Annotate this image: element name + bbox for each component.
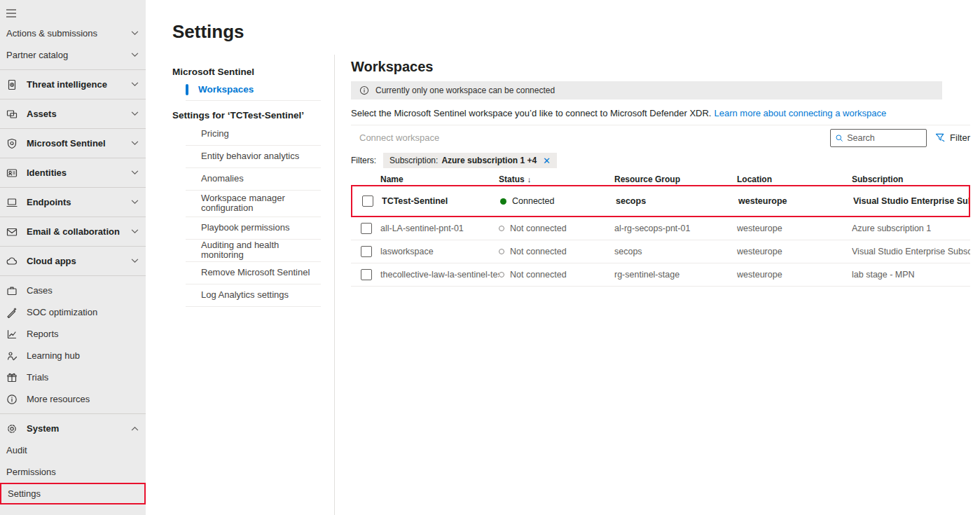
sidebar-item-partner-catalog[interactable]: Partner catalog (0, 44, 146, 66)
column-header-label: Status (499, 174, 525, 184)
chip-dismiss-icon[interactable]: ✕ (543, 156, 551, 166)
vertical-divider (334, 55, 335, 515)
filters-row: Filters: Subscription: Azure subscriptio… (351, 153, 970, 168)
settings-nav-item-entity-behavior-analytics[interactable]: Entity behavior analytics (186, 146, 321, 168)
row-checkbox[interactable] (362, 195, 373, 207)
connect-workspace-button[interactable]: Connect workspace (351, 132, 439, 143)
sidebar-item-settings[interactable]: Settings (0, 483, 146, 504)
sidebar-divider (0, 128, 146, 129)
chevron-down-icon (131, 141, 139, 146)
sidebar-item-permissions[interactable]: Permissions (0, 461, 146, 483)
chevron-down-icon (131, 111, 139, 116)
sidebar-item-soc-optimization[interactable]: SOC optimization (0, 301, 146, 323)
workspace-status: Not connected (499, 270, 614, 280)
sidebar-item-endpoints[interactable]: Endpoints (0, 191, 146, 213)
row-checkbox[interactable] (361, 223, 372, 234)
settings-nav-item-log-analytics-settings[interactable]: Log Analytics settings (186, 284, 321, 307)
sidebar-item-label: Cases (27, 285, 53, 296)
sidebar-item-trials[interactable]: Trials (0, 366, 146, 388)
table-header-row: Name Status↓ Resource Group Location Sub… (351, 174, 970, 185)
sidebar-item-label: More resources (27, 394, 90, 404)
table-row[interactable]: thecollective-law-la-sentinel-tes... Not… (351, 263, 970, 287)
sidebar-item-label: Trials (27, 372, 48, 383)
sidebar-item-label: Endpoints (27, 197, 71, 207)
settings-nav-item-auditing-health-monitoring[interactable]: Auditing and health monitoring (186, 240, 321, 262)
chevron-down-icon (131, 53, 139, 57)
learn-more-link[interactable]: Learn more about connecting a workspace (714, 108, 886, 118)
table-row[interactable]: TCTest-Sentinel Connected secops westeur… (351, 185, 970, 217)
chevron-down-icon (131, 82, 139, 87)
settings-nav-section-sentinel: Microsoft Sentinel (172, 64, 321, 78)
workspace-name: thecollective-law-la-sentinel-tes... (380, 270, 499, 280)
column-header-subscription[interactable]: Subscription (852, 174, 970, 184)
sidebar-item-cloud-apps[interactable]: Cloud apps (0, 250, 146, 272)
search-input[interactable] (847, 133, 922, 143)
sidebar-item-label: Cloud apps (27, 256, 76, 266)
sidebar-item-label: Threat intelligence (27, 79, 107, 90)
workspaces-panel: Workspaces Currently only one workspace … (351, 59, 970, 287)
chip-prefix: Subscription: (389, 156, 438, 165)
workspace-status: Not connected (499, 224, 614, 233)
row-checkbox[interactable] (361, 246, 372, 257)
hamburger-menu-button[interactable] (0, 4, 146, 22)
connected-status-icon (500, 198, 506, 205)
sidebar-item-microsoft-sentinel[interactable]: Microsoft Sentinel (0, 132, 146, 154)
envelope-icon (6, 226, 18, 238)
sidebar-item-learning-hub[interactable]: Learning hub (0, 345, 146, 366)
settings-nav-item-workspaces[interactable]: Workspaces (186, 78, 321, 101)
contact-card-icon (6, 167, 18, 179)
not-connected-status-icon (499, 226, 504, 231)
info-banner-text: Currently only one workspace can be conn… (375, 85, 555, 95)
sidebar-item-more-resources[interactable]: More resources (0, 388, 146, 410)
selected-indicator-bar (186, 84, 188, 95)
filter-button[interactable]: Filter (935, 132, 970, 143)
sidebar-item-email-collaboration[interactable]: Email & collaboration (0, 221, 146, 242)
sidebar-item-threat-intelligence[interactable]: Threat intelligence (0, 74, 146, 95)
magic-pencil-icon (6, 307, 18, 318)
gift-icon (6, 372, 18, 383)
subscription: lab stage - MPN (852, 270, 970, 280)
sidebar-item-actions-submissions[interactable]: Actions & submissions (0, 22, 146, 44)
search-box[interactable] (830, 129, 927, 147)
sidebar-item-assets[interactable]: Assets (0, 103, 146, 125)
resource-group: secops (616, 196, 738, 206)
column-header-status[interactable]: Status↓ (499, 174, 614, 184)
hamburger-icon (6, 8, 17, 18)
table-row[interactable]: all-LA-sentinel-pnt-01 Not connected al-… (351, 217, 970, 240)
description-row: Select the Microsoft Sentinel workspace … (351, 107, 970, 119)
column-header-location[interactable]: Location (737, 174, 852, 184)
sidebar-item-reports[interactable]: Reports (0, 323, 146, 345)
column-header-name[interactable]: Name (380, 174, 499, 184)
sidebar-item-identities[interactable]: Identities (0, 162, 146, 184)
cloud-icon (6, 256, 18, 267)
workspace-name: TCTest-Sentinel (382, 196, 500, 206)
gear-icon (6, 423, 18, 434)
settings-nav-item-label: Log Analytics settings (201, 290, 289, 300)
sidebar-item-label: Identities (27, 167, 67, 178)
settings-nav-item-remove-microsoft-sentinel[interactable]: Remove Microsoft Sentinel (186, 262, 321, 284)
settings-nav-item-label: Playbook permissions (201, 223, 289, 233)
section-heading: Workspaces (351, 59, 970, 77)
settings-nav-item-playbook-permissions[interactable]: Playbook permissions (186, 217, 321, 240)
workspace-name: lasworkspace (380, 247, 499, 256)
table-row[interactable]: lasworkspace Not connected secops westeu… (351, 240, 970, 263)
workspace-status: Connected (500, 196, 616, 206)
workspace-status: Not connected (499, 247, 614, 256)
settings-nav-item-workspace-manager-configuration[interactable]: Workspace manager configuration (186, 191, 321, 217)
sidebar-item-label: Learning hub (27, 350, 80, 361)
sidebar-item-cases[interactable]: Cases (0, 280, 146, 301)
sidebar-item-label: Permissions (6, 467, 56, 477)
settings-nav-item-pricing[interactable]: Pricing (186, 123, 321, 146)
description-text: Select the Microsoft Sentinel workspace … (351, 108, 711, 118)
location: westeurope (737, 270, 852, 280)
subscription-filter-chip[interactable]: Subscription: Azure subscription 1 +4 ✕ (383, 153, 557, 168)
row-checkbox[interactable] (361, 269, 372, 280)
settings-nav-item-anomalies[interactable]: Anomalies (186, 168, 321, 191)
sidebar-item-audit[interactable]: Audit (0, 439, 146, 461)
status-label: Not connected (510, 247, 567, 256)
sidebar-item-label: Assets (27, 109, 57, 119)
line-chart-icon (6, 329, 18, 340)
column-header-resource-group[interactable]: Resource Group (614, 174, 737, 184)
sidebar-item-label: Settings (8, 488, 41, 499)
sidebar-item-system[interactable]: System (0, 418, 146, 439)
